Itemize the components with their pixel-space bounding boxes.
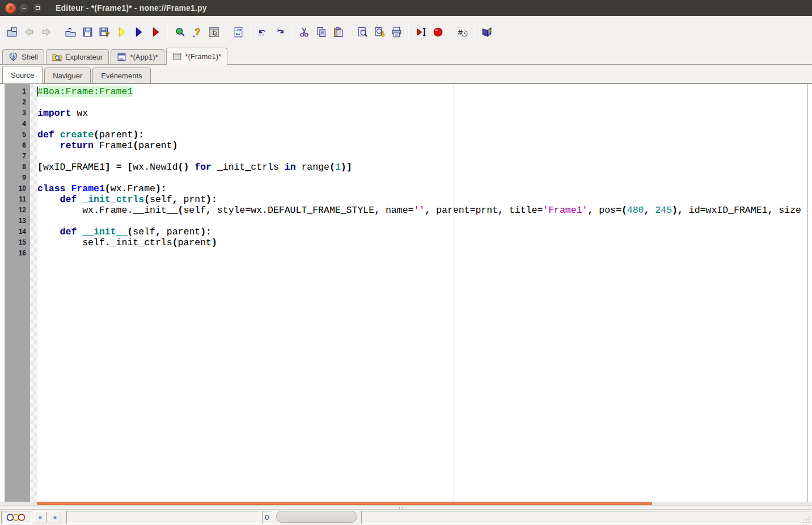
code-token[interactable]: Frame1 — [71, 183, 104, 194]
code-token[interactable]: parent — [178, 237, 212, 248]
source-editor[interactable]: 12345678910111213141516 #Boa:Frame:Frame… — [0, 83, 812, 502]
open-module-button[interactable] — [3, 24, 20, 41]
code-token[interactable]: 1 — [335, 162, 341, 173]
code-token[interactable]: parent — [99, 129, 133, 140]
code-token[interactable]: , — [155, 226, 161, 237]
code-token[interactable] — [66, 183, 71, 194]
code-token[interactable] — [37, 140, 60, 151]
code-token[interactable]: style — [212, 205, 245, 216]
line-number[interactable]: 5 — [5, 129, 30, 140]
code-token[interactable]: range — [296, 162, 329, 173]
code-token[interactable] — [77, 226, 82, 237]
code-line[interactable]: def create(parent): — [37, 129, 807, 140]
code-token[interactable]: ): — [206, 194, 217, 205]
fold-margin[interactable] — [30, 84, 37, 502]
code-token[interactable]: = — [245, 205, 251, 216]
code-token[interactable]: )] — [341, 162, 352, 173]
code-token[interactable]: self — [150, 194, 172, 205]
code-line[interactable]: class Frame1(wx.Frame): — [37, 183, 807, 194]
code-token[interactable]: parent — [138, 140, 172, 151]
find-next-button[interactable] — [371, 24, 388, 41]
code-token[interactable]: , — [644, 205, 650, 216]
save-as-button[interactable]: ? — [96, 24, 113, 41]
code-token[interactable]: , — [425, 205, 430, 216]
undo-button[interactable] — [254, 24, 271, 41]
code-token[interactable]: ( — [329, 162, 335, 173]
run-yellow-button[interactable] — [113, 24, 130, 41]
code-token[interactable]: id — [683, 205, 700, 216]
code-token[interactable]: [ — [37, 162, 43, 173]
gutter[interactable]: 12345678910111213141516 — [5, 84, 30, 502]
code-token[interactable]: = — [537, 205, 543, 216]
run-to-cursor-button[interactable] — [412, 24, 429, 41]
line-number[interactable]: 9 — [5, 173, 30, 183]
code-token[interactable]: #Boa:Frame:Frame1 — [37, 86, 133, 97]
code-token[interactable]: parent — [430, 205, 470, 216]
code-token[interactable]: ) — [212, 237, 217, 248]
code-token[interactable]: in — [285, 162, 296, 173]
code-token[interactable]: = — [116, 162, 122, 173]
code-token[interactable]: ( — [172, 237, 178, 248]
code-token[interactable] — [111, 162, 116, 173]
code-line[interactable]: def __init__(self, parent): — [37, 226, 807, 237]
code-token[interactable]: wx.NewId — [133, 162, 177, 173]
code-token[interactable]: _init_ctrls — [82, 194, 144, 205]
line-number[interactable]: 7 — [5, 151, 30, 162]
designer-button[interactable] — [205, 24, 222, 41]
code-token[interactable] — [122, 162, 128, 173]
forward-button[interactable] — [37, 24, 54, 41]
profile-button[interactable]: # — [454, 24, 471, 41]
tab-evenements[interactable]: Evénements — [92, 68, 150, 83]
code-token[interactable]: def — [37, 129, 54, 140]
code-token[interactable]: self — [133, 226, 155, 237]
open-file-button[interactable] — [62, 24, 79, 41]
copy-button[interactable] — [312, 24, 329, 41]
line-number[interactable]: 16 — [5, 248, 30, 259]
resize-grip[interactable] — [801, 515, 810, 523]
code-token[interactable]: , — [498, 205, 504, 216]
code-token[interactable]: title — [504, 205, 537, 216]
print-button[interactable] — [388, 24, 405, 41]
line-number[interactable]: 2 — [5, 97, 30, 108]
code-token[interactable]: wx.DEFAULT_FRAME_STYLE — [251, 205, 374, 216]
code-token[interactable]: def — [60, 226, 77, 237]
code-token[interactable]: create — [60, 129, 94, 140]
code-token[interactable]: ) — [172, 140, 178, 151]
statusbar-small-button-1[interactable] — [34, 511, 46, 523]
code-token[interactable]: ] — [105, 162, 111, 173]
code-token[interactable]: ), — [672, 205, 683, 216]
code-lines[interactable]: #Boa:Frame:Frame1import wxdef create(par… — [37, 84, 807, 502]
save-button[interactable] — [79, 24, 96, 41]
minimize-button[interactable]: – — [19, 3, 29, 14]
code-token[interactable]: ): — [200, 226, 212, 237]
code-token[interactable]: wx — [71, 108, 88, 119]
line-number[interactable]: 12 — [5, 205, 30, 216]
code-token[interactable]: wx.Frame.__init__ — [37, 205, 178, 216]
code-token[interactable] — [189, 162, 194, 173]
code-token[interactable]: , — [767, 205, 773, 216]
code-token[interactable]: ): — [155, 183, 167, 194]
code-token[interactable]: return — [60, 140, 94, 151]
code-token[interactable]: wx.Frame — [111, 183, 155, 194]
context-help-button[interactable]: ? — [188, 24, 205, 41]
tab-shell[interactable]: Shell — [2, 49, 44, 64]
tab-explorateur[interactable]: Explorateur — [46, 49, 109, 64]
code-token[interactable] — [37, 226, 60, 237]
code-line[interactable] — [37, 151, 807, 162]
code-token[interactable]: 480 — [627, 205, 644, 216]
code-token[interactable] — [37, 194, 60, 205]
line-number[interactable]: 6 — [5, 140, 30, 151]
code-token[interactable]: ( — [133, 140, 138, 151]
tab-naviguer[interactable]: Naviguer — [44, 68, 91, 83]
line-number[interactable]: 8 — [5, 162, 30, 173]
back-button[interactable] — [20, 24, 37, 41]
help-book-button[interactable]: ? — [478, 24, 495, 41]
line-number[interactable]: 14 — [5, 226, 30, 237]
code-token[interactable]: wxID_FRAME1 — [705, 205, 767, 216]
tab-frame1[interactable]: *(Frame1)* — [166, 48, 228, 65]
redo-button[interactable] — [271, 24, 288, 41]
code-token[interactable]: parent — [161, 226, 200, 237]
code-token[interactable]: 'Frame1' — [543, 205, 587, 216]
code-line[interactable] — [37, 173, 807, 183]
cut-button[interactable] — [295, 24, 312, 41]
